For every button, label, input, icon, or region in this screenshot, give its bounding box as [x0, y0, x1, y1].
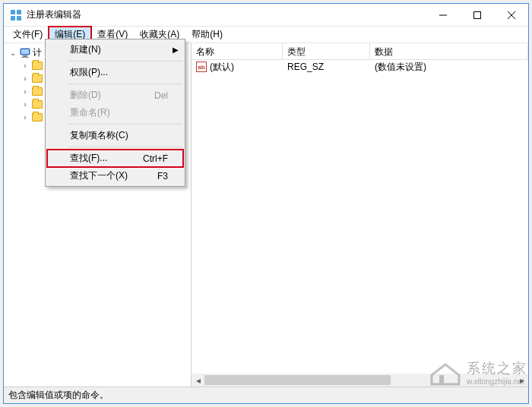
- list-header: 名称 类型 数据: [192, 43, 528, 60]
- submenu-arrow-icon: ▶: [173, 46, 179, 54]
- menu-copy-key-name[interactable]: 复制项名称(C): [47, 127, 183, 144]
- expander-icon[interactable]: ›: [19, 113, 31, 121]
- column-header-type[interactable]: 类型: [283, 43, 370, 59]
- menu-help[interactable]: 帮助(H): [185, 27, 229, 43]
- watermark-logo-icon: [429, 360, 462, 386]
- svg-rect-11: [21, 57, 29, 58]
- watermark-name: 系统之家: [467, 361, 527, 376]
- scroll-left-icon[interactable]: ◂: [192, 374, 204, 386]
- menu-find-label: 查找(F)...: [70, 152, 107, 165]
- menu-new[interactable]: 新建(N) ▶: [47, 41, 183, 58]
- menu-separator: [68, 147, 182, 147]
- expander-icon[interactable]: ›: [19, 87, 31, 96]
- menu-rename[interactable]: 重命名(R): [47, 104, 183, 121]
- svg-rect-10: [23, 55, 27, 57]
- cell-data: (数值未设置): [370, 61, 528, 74]
- expander-icon[interactable]: ⌄: [7, 49, 19, 57]
- svg-rect-3: [17, 16, 21, 21]
- column-header-data[interactable]: 数据: [370, 43, 528, 59]
- folder-icon: [31, 112, 43, 124]
- menu-delete[interactable]: 删除(D) Del: [47, 87, 183, 104]
- maximize-button[interactable]: [460, 4, 494, 27]
- expander-icon[interactable]: ›: [19, 74, 31, 83]
- cell-name: ab(默认): [192, 61, 283, 74]
- statusbar: 包含编辑值或项的命令。: [4, 386, 528, 403]
- menu-permissions[interactable]: 权限(P)...: [47, 64, 183, 81]
- window-title: 注册表编辑器: [27, 8, 426, 21]
- close-button[interactable]: [494, 4, 528, 27]
- menu-separator: [68, 61, 182, 62]
- svg-rect-0: [11, 10, 15, 14]
- menu-separator: [68, 84, 182, 84]
- scroll-thumb[interactable]: [204, 375, 391, 385]
- cell-type: REG_SZ: [283, 62, 370, 72]
- menu-find-shortcut: Ctrl+F: [143, 153, 168, 164]
- menu-rename-label: 重命名(R): [70, 106, 110, 119]
- statusbar-text: 包含编辑值或项的命令。: [8, 389, 109, 402]
- watermark-text: 系统之家 w.xitongzhijia.net: [467, 359, 527, 386]
- svg-rect-5: [473, 11, 480, 18]
- minimize-button[interactable]: [426, 4, 460, 27]
- expander-icon[interactable]: ›: [19, 62, 31, 70]
- list-body[interactable]: ab(默认)REG_SZ(数值未设置): [192, 60, 528, 374]
- folder-icon: [31, 86, 43, 98]
- menu-delete-shortcut: Del: [154, 90, 168, 101]
- computer-icon: [19, 47, 31, 59]
- svg-rect-2: [11, 16, 15, 21]
- menu-new-label: 新建(N): [70, 43, 101, 56]
- menu-permissions-label: 权限(P)...: [70, 66, 108, 79]
- menu-find[interactable]: 查找(F)... Ctrl+F: [47, 150, 183, 167]
- folder-icon: [31, 99, 43, 111]
- menu-find-next-label: 查找下一个(X): [70, 169, 128, 182]
- titlebar: 注册表编辑器: [4, 4, 528, 27]
- list-pane: 名称 类型 数据 ab(默认)REG_SZ(数值未设置) ◂ ▸: [192, 43, 528, 386]
- menu-find-next-shortcut: F3: [157, 171, 168, 181]
- watermark: 系统之家 w.xitongzhijia.net: [429, 359, 527, 386]
- svg-rect-12: [439, 375, 444, 384]
- list-row[interactable]: ab(默认)REG_SZ(数值未设置): [192, 60, 528, 74]
- menu-file[interactable]: 文件(F): [7, 27, 49, 43]
- window-controls: [426, 4, 528, 27]
- expander-icon[interactable]: ›: [19, 100, 31, 109]
- cell-name-text: (默认): [210, 61, 234, 74]
- watermark-url: w.xitongzhijia.net: [467, 377, 527, 386]
- tree-root-label: 计: [33, 46, 42, 59]
- column-header-name[interactable]: 名称: [192, 43, 283, 59]
- app-icon: [10, 9, 22, 21]
- folder-icon: [31, 60, 43, 72]
- reg-string-icon: ab: [196, 62, 207, 72]
- folder-icon: [31, 73, 43, 85]
- menu-separator: [68, 124, 182, 125]
- svg-rect-1: [17, 10, 21, 14]
- menu-find-next[interactable]: 查找下一个(X) F3: [47, 167, 183, 185]
- edit-menu-dropdown: 新建(N) ▶ 权限(P)... 删除(D) Del 重命名(R) 复制项名称(…: [45, 39, 185, 187]
- menu-delete-label: 删除(D): [70, 89, 101, 102]
- menu-copy-key-name-label: 复制项名称(C): [70, 129, 128, 142]
- svg-rect-9: [21, 49, 29, 54]
